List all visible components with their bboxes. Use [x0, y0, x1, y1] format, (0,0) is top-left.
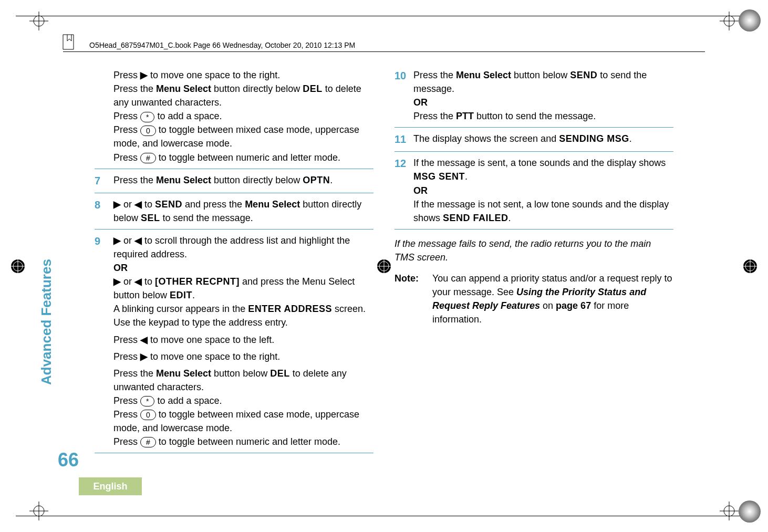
right-column: 10 Press the Menu Select button below SE… [395, 68, 673, 464]
registration-mark-icon [741, 257, 760, 276]
bookmark-icon [62, 34, 77, 50]
or-label: OR [113, 261, 373, 275]
step-number: 10 [395, 68, 407, 84]
content-area: Press ▶ to move one space to the right. … [95, 68, 673, 464]
header-rule [63, 51, 705, 52]
left-column: Press ▶ to move one space to the right. … [95, 68, 373, 464]
step-9: 9 ▶ or ◀ to scroll through the address l… [95, 234, 373, 453]
arrow-right-icon: ▶ [113, 276, 121, 287]
or-label: OR [413, 184, 673, 197]
step-body: ▶ or ◀ to scroll through the address lis… [113, 234, 373, 448]
registration-mark-icon [29, 12, 48, 30]
text-line: Press # to toggle between numeric and le… [113, 151, 373, 164]
step-body: ▶ or ◀ to SEND and press the Menu Select… [113, 197, 373, 225]
or-label: OR [413, 96, 673, 109]
side-area: Advanced Features [55, 205, 84, 469]
key-zero-icon: 0 [140, 126, 156, 136]
text-line: Press ▶ to move one space to the right. [113, 350, 373, 363]
text-line: Press the Menu Select button below DEL t… [113, 367, 373, 394]
text-line: ▶ or ◀ to scroll through the address lis… [113, 234, 373, 261]
text-line: Press * to add a space. [113, 109, 373, 123]
step-7: 7 Press the Menu Select button directly … [95, 173, 373, 193]
step-10: 10 Press the Menu Select button below SE… [395, 68, 673, 128]
step-number: 9 [95, 234, 107, 249]
section-label: Advanced Features [38, 259, 55, 385]
text-line: Press the Menu Select button directly be… [113, 82, 373, 109]
text-line: Press # to toggle between numeric and le… [113, 435, 373, 448]
note-block: Note: You can append a priority status a… [395, 272, 673, 326]
language-badge: English [79, 477, 142, 495]
registration-mark-icon [720, 502, 739, 520]
registration-mark-icon [8, 257, 27, 276]
text-line: Press 0 to toggle between mixed case mod… [113, 408, 373, 435]
step-number: 8 [95, 197, 107, 213]
text-line: A blinking cursor appears in the ENTER A… [113, 302, 373, 316]
arrow-left-icon: ◀ [140, 335, 148, 345]
registration-mark-icon [720, 12, 739, 30]
step-12: 12 If the message is sent, a tone sounds… [395, 156, 673, 229]
arrow-right-icon: ▶ [140, 70, 148, 80]
calibration-circle-icon [739, 500, 761, 523]
step-number: 11 [395, 132, 407, 147]
step-number: 12 [395, 156, 407, 171]
text-line: Press * to add a space. [113, 394, 373, 408]
key-star-icon: * [140, 112, 154, 122]
step-body: The display shows the screen and SENDING… [413, 132, 673, 145]
tail-paragraph: If the message fails to send, the radio … [395, 237, 673, 264]
arrow-left-icon: ◀ [134, 276, 142, 287]
key-star-icon: * [140, 396, 154, 406]
key-zero-icon: 0 [140, 410, 156, 420]
key-hash-icon: # [140, 153, 156, 163]
arrow-right-icon: ▶ [113, 199, 121, 210]
text-line: If the message is sent, a tone sounds an… [413, 156, 673, 183]
arrow-right-icon: ▶ [140, 351, 148, 362]
text-line: Press ◀ to move one space to the left. [113, 333, 373, 347]
calibration-circle-icon [739, 9, 761, 32]
header-filename: O5Head_6875947M01_C.book Page 66 Wednesd… [89, 41, 355, 49]
step-number: 7 [95, 173, 107, 189]
text-line: Press the PTT button to send the message… [413, 109, 673, 123]
step-8: 8 ▶ or ◀ to SEND and press the Menu Sele… [95, 197, 373, 230]
text-line: Press ▶ to move one space to the right. [113, 68, 373, 82]
step-body: If the message is sent, a tone sounds an… [413, 156, 673, 224]
text-line: ▶ or ◀ to [OTHER RECPNT] and press the M… [113, 275, 373, 302]
page-number: 66 [58, 449, 79, 471]
step-body: Press the Menu Select button directly be… [113, 173, 373, 187]
text-line: Press 0 to toggle between mixed case mod… [113, 123, 373, 150]
step-body: Press the Menu Select button below SEND … [413, 68, 673, 123]
key-hash-icon: # [140, 437, 156, 447]
intro-block: Press ▶ to move one space to the right. … [95, 68, 373, 169]
arrow-left-icon: ◀ [134, 199, 142, 210]
registration-mark-icon [29, 502, 48, 520]
arrow-right-icon: ▶ [113, 235, 121, 246]
arrow-left-icon: ◀ [134, 235, 142, 246]
step-11: 11 The display shows the screen and SEND… [395, 132, 673, 152]
note-label: Note: [395, 272, 424, 326]
text-line: Use the keypad to type the address entry… [113, 316, 373, 329]
text-line: Press the Menu Select button below SEND … [413, 68, 673, 96]
note-body: You can append a priority status and/or … [432, 272, 673, 326]
text-line: If the message is not sent, a low tone s… [413, 197, 673, 225]
